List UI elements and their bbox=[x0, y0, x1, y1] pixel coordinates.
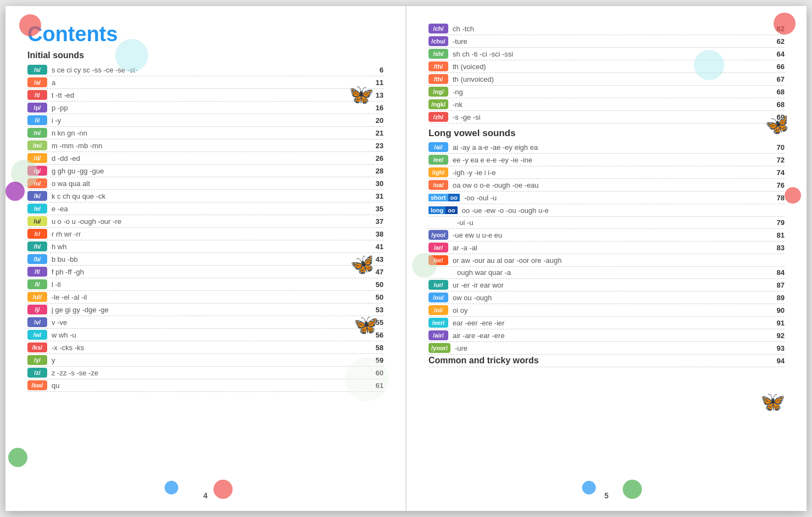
toc-row: ough war quar -a 84 bbox=[428, 267, 785, 279]
butterfly-2: 🦋 bbox=[349, 251, 377, 278]
toc-text: th (unvoiced) bbox=[453, 75, 767, 83]
sound-badge: /igh/ bbox=[428, 167, 448, 177]
sound-badge: /ur/ bbox=[428, 280, 448, 290]
toc-row: /n/ n kn gn -nn 21 bbox=[27, 127, 384, 139]
toc-num: 91 bbox=[771, 319, 785, 327]
toc-text: z -zz -s -se -ze bbox=[52, 369, 366, 377]
deco-circle-green-r bbox=[412, 253, 437, 278]
toc-row: /air/ air -are -ear -ere 92 bbox=[428, 329, 785, 342]
oo-badge-short: short oo bbox=[428, 193, 460, 203]
deco-circle-red bbox=[19, 14, 41, 36]
toc-text: -ui -u bbox=[457, 218, 767, 227]
toc-row: /sh/ sh ch -ti -ci -sci -ssi 64 bbox=[428, 48, 785, 60]
toc-row: /ou/ ow ou -ough 89 bbox=[428, 291, 785, 304]
toc-num: 66 bbox=[771, 63, 785, 71]
toc-num: 58 bbox=[370, 344, 384, 352]
sound-badge: /ng/ bbox=[428, 87, 448, 97]
toc-num: 79 bbox=[771, 218, 785, 227]
toc-row: /ai/ ai -ay a a-e -ae -ey eigh ea 70 bbox=[428, 141, 785, 154]
toc-text: y bbox=[52, 356, 366, 364]
toc-row: /u/ u o -o u -ough -our -re 37 bbox=[27, 215, 384, 228]
toc-num: 31 bbox=[370, 192, 384, 200]
toc-text: ur -er -ir ear wor bbox=[453, 281, 767, 289]
common-tricky-num: 94 bbox=[771, 357, 785, 365]
toc-text: g gh gu -gg -gue bbox=[52, 167, 366, 175]
toc-text: ar -a -al bbox=[453, 244, 767, 252]
sound-badge: /t/ bbox=[27, 90, 47, 100]
toc-row: /ar/ ar -a -al 83 bbox=[428, 241, 785, 254]
toc-text: n kn gn -nn bbox=[52, 129, 366, 137]
toc-text: k c ch qu que -ck bbox=[52, 192, 366, 200]
toc-num: 37 bbox=[370, 217, 384, 226]
toc-row: /yoor/ -ure 93 bbox=[428, 342, 785, 355]
toc-num: 83 bbox=[771, 244, 785, 252]
toc-row: /th/ th (unvoiced) 67 bbox=[428, 73, 785, 86]
butterfly-r1: 🦋 bbox=[764, 111, 792, 138]
common-tricky-row: Common and tricky words 94 bbox=[428, 355, 785, 367]
toc-row: /p/ p -pp 16 bbox=[27, 102, 384, 114]
toc-row: /th/ th (voiced) 66 bbox=[428, 60, 785, 73]
toc-num: 41 bbox=[370, 243, 384, 251]
toc-num: 90 bbox=[771, 306, 785, 314]
toc-num: 16 bbox=[370, 104, 384, 112]
toc-text: -ture bbox=[453, 37, 767, 46]
toc-text: i -y bbox=[52, 116, 366, 125]
sound-badge: /n/ bbox=[27, 128, 47, 138]
toc-text: d -dd -ed bbox=[52, 154, 366, 162]
toc-row: /ng/ -ng 68 bbox=[428, 86, 785, 98]
toc-text: u o -o u -ough -our -re bbox=[52, 217, 366, 226]
toc-row: /g/ g gh gu -gg -gue 28 bbox=[27, 165, 384, 177]
sound-badge: /eer/ bbox=[428, 318, 448, 328]
toc-text: s ce ci cy sc -ss -ce -se -st- bbox=[52, 66, 366, 74]
toc-row: /l/ l -ll 50 bbox=[27, 278, 384, 291]
toc-num: 67 bbox=[771, 75, 785, 83]
toc-row: /e/ e -ea 35 bbox=[27, 203, 384, 215]
toc-row: /ch/ ch -tch 62 bbox=[428, 23, 785, 35]
sound-badge: /oa/ bbox=[428, 180, 448, 190]
toc-num: 72 bbox=[771, 156, 785, 164]
sound-badge: /air/ bbox=[428, 330, 448, 340]
toc-num: 53 bbox=[370, 306, 384, 314]
toc-text: j ge gi gy -dge -ge bbox=[52, 306, 366, 314]
toc-num: 74 bbox=[771, 168, 785, 177]
toc-num: 62 bbox=[771, 37, 785, 46]
toc-text: e -ea bbox=[52, 205, 366, 213]
toc-right-top: /ch/ ch -tch 62 /chu/ -ture 62 /sh/ sh c… bbox=[428, 23, 785, 123]
deco-circle-blue-r bbox=[582, 481, 596, 494]
toc-row: /ur/ ur -er -ir ear wor 87 bbox=[428, 279, 785, 291]
toc-num: 23 bbox=[370, 142, 384, 150]
toc-row: /w/ w wh -u 56 bbox=[27, 329, 384, 341]
toc-row: /oa/ oa ow o o-e -ough -oe -eau 76 bbox=[428, 179, 785, 192]
toc-text: p -pp bbox=[52, 104, 366, 112]
deco-circle-red-r2 bbox=[785, 187, 801, 204]
toc-row: /yoo/ -ue ew u u-e eu 81 bbox=[428, 229, 785, 241]
toc-text: w wh -u bbox=[52, 331, 366, 339]
toc-text: l -ll bbox=[52, 280, 366, 289]
sound-badge: /ou/ bbox=[428, 293, 448, 302]
toc-text: air -are -ear -ere bbox=[453, 331, 767, 340]
sound-badge: /f/ bbox=[27, 267, 47, 277]
toc-row: /ngk/ -nk 68 bbox=[428, 98, 785, 111]
section-long-vowels: Long vowel sounds bbox=[428, 128, 785, 139]
sound-badge: /zh/ bbox=[428, 112, 448, 122]
toc-num: 92 bbox=[771, 331, 785, 340]
deco-circle-light bbox=[345, 357, 389, 401]
sound-badge: /p/ bbox=[27, 103, 47, 113]
toc-row: /eer/ ear -eer -ere -ier 91 bbox=[428, 317, 785, 329]
sound-badge: /sh/ bbox=[428, 49, 448, 59]
toc-row: /ul/ -le -el -al -il 50 bbox=[27, 291, 384, 304]
sound-badge: /th/ bbox=[428, 74, 448, 84]
sound-badge: /yoo/ bbox=[428, 230, 448, 240]
sound-badge: /e/ bbox=[27, 204, 47, 213]
deco-circle-purple bbox=[5, 182, 25, 201]
toc-row: /f/ f ph -ff -gh 47 bbox=[27, 266, 384, 278]
toc-num: 78 bbox=[771, 194, 785, 202]
toc-num: 84 bbox=[771, 268, 785, 277]
section-initial-sounds: Initial sounds bbox=[27, 50, 384, 60]
toc-text: or aw -our au al oar -oor ore -augh bbox=[453, 256, 767, 265]
toc-row: /a/ a 11 bbox=[27, 76, 384, 89]
butterfly-r2: 🦋 bbox=[758, 388, 787, 415]
toc-text: oi oy bbox=[453, 306, 767, 314]
toc-num: 64 bbox=[771, 50, 785, 58]
toc-num: 68 bbox=[771, 88, 785, 96]
